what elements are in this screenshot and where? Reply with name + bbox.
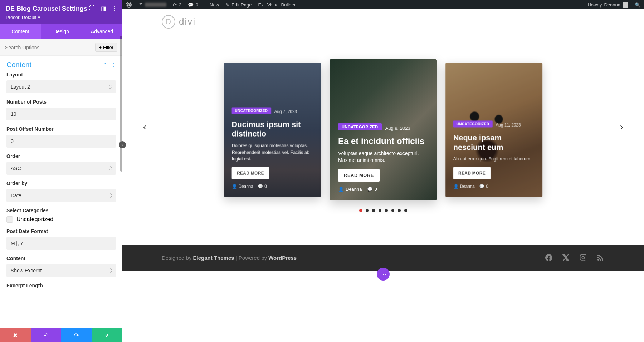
exit-visual-builder[interactable]: Exit Visual Builder (258, 2, 296, 8)
sidebar-footer: ✖ ↶ ↷ ✔ (0, 328, 122, 342)
content-label: Content (6, 256, 116, 261)
rss-icon[interactable] (596, 253, 605, 262)
arrows-icon: ‹› (121, 143, 124, 147)
card-title: Ducimus ipsum sit distinctio (232, 119, 313, 139)
card-comments: 💬0 (367, 187, 377, 192)
carousel-dot[interactable] (359, 209, 362, 212)
search-row: +Filter (0, 39, 122, 56)
wp-logo-icon[interactable] (126, 2, 132, 8)
avatar (623, 2, 628, 8)
new-item[interactable]: +New (205, 2, 219, 8)
refresh-item[interactable]: ⟳3 (173, 2, 181, 8)
wordpress-link[interactable]: WordPress (268, 255, 297, 261)
plus-icon: + (99, 45, 102, 50)
dateformat-label: Post Date Format (6, 228, 116, 234)
order-select[interactable]: ASC (6, 162, 116, 175)
excerpt-len-label: Excerpt Length (6, 283, 116, 288)
save-button[interactable]: ✔ (92, 328, 123, 342)
expand-icon[interactable]: ⛶ (89, 5, 95, 11)
pencil-icon: ✎ (225, 2, 229, 8)
wp-admin-bar: ⏱ ⟳3 💬0 +New ✎Edit Page Exit Visual Buil… (122, 0, 644, 9)
site-name[interactable]: ⏱ (138, 2, 166, 8)
elegant-themes-link[interactable]: Elegant Themes (193, 255, 234, 261)
category-badge[interactable]: UNCATEGORIZED (232, 107, 271, 114)
dateformat-input[interactable] (6, 237, 116, 250)
preset-selector[interactable]: Preset: Default▾ (6, 15, 117, 20)
num-posts-input[interactable] (6, 108, 116, 120)
empty-area (122, 271, 644, 342)
category-badge[interactable]: UNCATEGORIZED (338, 123, 382, 130)
settings-sidebar: DE Blog Carousel Settings Preset: Defaul… (0, 0, 122, 342)
card-comments: 💬0 (479, 184, 488, 189)
gauge-icon: ⏱ (138, 2, 143, 8)
orderby-select[interactable]: Date (6, 189, 116, 202)
fields-area: Layout Layout 2 Number of Posts Post Off… (0, 72, 122, 328)
read-more-button[interactable]: READ MORE (453, 167, 491, 179)
offset-label: Post Offset Number (6, 126, 116, 132)
category-badge[interactable]: UNCATEGORIZED (453, 120, 493, 127)
section-header[interactable]: Content ⌃ ⋮ (0, 56, 122, 72)
carousel-dot[interactable] (398, 209, 401, 212)
main-content: D divi ‹ › UNCATEGORIZED Aug 7, 2023 Duc… (122, 9, 644, 342)
chevron-down-icon: ▾ (38, 15, 40, 20)
carousel-dot[interactable] (379, 209, 381, 212)
num-posts-label: Number of Posts (6, 99, 116, 105)
check-icon: ✔ (105, 332, 109, 339)
carousel-dot[interactable] (391, 209, 394, 212)
tab-content[interactable]: Content (0, 24, 41, 39)
ellipsis-icon: ⋯ (380, 270, 387, 278)
collapse-handle[interactable]: ‹› (119, 141, 126, 148)
tab-design[interactable]: Design (41, 24, 82, 39)
undo-button[interactable]: ↶ (31, 328, 62, 342)
read-more-button[interactable]: READ MORE (338, 169, 380, 182)
facebook-icon[interactable] (545, 253, 553, 262)
categories-label: Select Categories (6, 208, 116, 213)
filter-button[interactable]: +Filter (95, 43, 117, 52)
plus-icon: + (205, 2, 208, 8)
cancel-button[interactable]: ✖ (0, 328, 31, 342)
card-date: Aug 11, 2023 (496, 122, 521, 127)
carousel-dots (137, 209, 630, 212)
carousel-card[interactable]: UNCATEGORIZED Aug 8, 2023 Ea et incidunt… (330, 59, 437, 200)
instagram-icon[interactable] (579, 253, 587, 262)
offset-input[interactable] (6, 135, 116, 148)
carousel-card[interactable]: UNCATEGORIZED Aug 11, 2023 Neque ipsam n… (445, 63, 542, 197)
layout-select[interactable]: Layout 2 (6, 80, 116, 93)
divi-logo[interactable]: D divi (162, 15, 196, 29)
carousel-dot[interactable] (366, 209, 369, 212)
category-option-label: Uncategorized (16, 216, 53, 223)
order-label: Order (6, 153, 116, 159)
kebab-icon[interactable]: ⋮ (111, 62, 116, 68)
carousel-dot[interactable] (385, 209, 388, 212)
sidebar-header: DE Blog Carousel Settings Preset: Defaul… (0, 0, 122, 24)
card-title: Ea et incidunt officiis (338, 136, 428, 147)
howdy-user[interactable]: Howdy, Deanna (587, 2, 628, 8)
scrollbar[interactable] (120, 36, 122, 172)
search-input[interactable] (5, 45, 95, 50)
card-date: Aug 8, 2023 (385, 125, 410, 131)
tabs: Content Design Advanced (0, 24, 122, 39)
x-icon[interactable] (562, 253, 570, 262)
read-more-button[interactable]: READ MORE (232, 167, 269, 179)
edit-page-item[interactable]: ✎Edit Page (225, 2, 252, 8)
dock-icon[interactable]: ◨ (100, 5, 107, 11)
category-checkbox[interactable] (6, 216, 13, 223)
section-title: Content (6, 61, 99, 69)
card-title: Neque ipsam nesciunt eum (453, 133, 535, 152)
carousel-dot[interactable] (404, 209, 407, 212)
layout-label: Layout (6, 72, 116, 78)
tab-advanced[interactable]: Advanced (82, 24, 122, 39)
card-excerpt: Ab aut error quo. Fugit rem et laborum. (453, 156, 535, 163)
divi-logo-icon: D (162, 15, 175, 29)
redo-button[interactable]: ↷ (61, 328, 92, 342)
builder-fab[interactable]: ⋯ (377, 268, 390, 281)
carousel-card[interactable]: UNCATEGORIZED Aug 7, 2023 Ducimus ipsum … (224, 63, 321, 197)
chevron-up-icon[interactable]: ⌃ (103, 62, 107, 68)
carousel-dot[interactable] (372, 209, 375, 212)
comments-item[interactable]: 💬0 (188, 2, 198, 8)
search-icon[interactable]: 🔍 (635, 2, 640, 8)
undo-icon: ↶ (44, 332, 48, 339)
content-select[interactable]: Show Excerpt (6, 264, 116, 277)
card-author: 👤Deanna (338, 187, 362, 192)
kebab-icon[interactable]: ⋮ (112, 5, 118, 11)
